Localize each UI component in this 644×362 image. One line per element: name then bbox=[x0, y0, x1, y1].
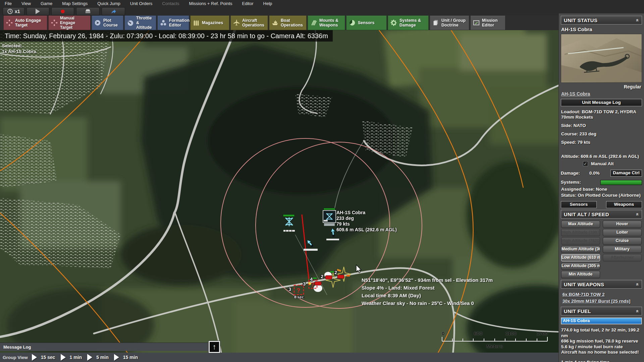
loiter-button[interactable]: Loiter bbox=[603, 229, 642, 236]
medium-altitude-button[interactable]: Medium Altitude (3658 bbox=[561, 246, 600, 253]
editor-icon bbox=[473, 19, 480, 26]
boat-icon bbox=[271, 19, 279, 26]
unit-alt-speed-header[interactable]: UNIT ALT / SPEED « bbox=[561, 210, 642, 219]
fuel-selected-unit[interactable]: AH-1S Cobra bbox=[561, 318, 641, 324]
helicopter-photo-art bbox=[561, 34, 642, 82]
military-button[interactable]: Military bbox=[603, 246, 642, 253]
quick-jump-button[interactable] bbox=[102, 7, 125, 15]
hover-button[interactable]: Hover bbox=[603, 221, 642, 228]
unit-course: 233 deg bbox=[336, 216, 397, 221]
scale-tick-label: 600 bbox=[474, 330, 482, 336]
fuel-unit-list[interactable]: AH-1S Cobra bbox=[561, 317, 642, 324]
systems-damage-button[interactable]: Systems &Damage bbox=[388, 15, 429, 30]
fuel-total: 774.0 kg total fuel, 2 hr 32 min, 199.2 … bbox=[561, 327, 642, 339]
menu-help[interactable]: Help bbox=[263, 1, 272, 6]
menu-file[interactable]: File bbox=[5, 1, 12, 6]
menu-quick-jump[interactable]: Quick Jump bbox=[97, 1, 120, 6]
tactical-map[interactable]: ? ? 8 sec 3 3 4 2 2 Time: Sunday, Februa… bbox=[0, 30, 558, 362]
low-altitude-610-button[interactable]: Low Altitude (610 m) bbox=[561, 254, 600, 261]
sensors-panel-button[interactable]: Sensors bbox=[561, 201, 597, 208]
unit-status-header[interactable]: UNIT STATUS « bbox=[561, 16, 642, 24]
formation-editor-button[interactable]: FormationEditor bbox=[157, 15, 189, 30]
collapse-chevron-icon[interactable]: « bbox=[635, 19, 640, 21]
message-log-bar[interactable]: Message Log bbox=[0, 343, 212, 351]
jump-arrow-icon bbox=[110, 8, 117, 14]
menu-map-settings[interactable]: Map Settings bbox=[62, 1, 88, 6]
unit-status-bar bbox=[304, 249, 318, 251]
step-15sec-button[interactable]: 15 sec bbox=[32, 354, 55, 361]
mounts-weapons-button[interactable]: Mounts &Weapons bbox=[308, 15, 345, 30]
status-text: Status: On Plotted Course (Airborne) bbox=[561, 193, 642, 198]
manual-engage-target-button[interactable]: ManualEngage Target bbox=[48, 15, 91, 30]
collapse-chevron-icon[interactable]: « bbox=[635, 213, 640, 216]
selected-title: Selected: bbox=[2, 43, 36, 49]
systems-label: Systems: bbox=[561, 180, 581, 185]
unit-weapons-header[interactable]: UNIT WEAPONS « bbox=[561, 280, 642, 289]
tooltip-localtime: Local time 8:39 AM (Day) bbox=[362, 292, 493, 299]
play-button[interactable] bbox=[26, 7, 49, 15]
unit-status-bar bbox=[326, 239, 339, 240]
crosshair-icon bbox=[51, 19, 58, 26]
low-altitude-305-button[interactable]: Low Altitude (305 m) bbox=[561, 262, 600, 270]
sensors-button[interactable]: Sensors bbox=[346, 15, 387, 30]
map-terrain: ? ? 8 sec 3 3 4 2 2 bbox=[0, 30, 558, 362]
record-button[interactable] bbox=[51, 7, 74, 15]
play-step-icon bbox=[87, 354, 92, 361]
time-compression-value: x1 bbox=[15, 9, 20, 14]
plot-course-button[interactable]: Plot Course bbox=[92, 15, 123, 30]
recorder-icon bbox=[84, 8, 92, 14]
unit-fuel-header[interactable]: UNIT FUEL « bbox=[561, 307, 642, 315]
scale-ruler bbox=[442, 337, 548, 342]
step-15min-button[interactable]: 15 min bbox=[114, 354, 138, 361]
damage-ctrl-button[interactable]: Damage Ctrl bbox=[610, 170, 642, 177]
menu-contacts: Contacts bbox=[162, 1, 179, 6]
unit-speed: 79 kts bbox=[336, 221, 397, 227]
svg-text:3: 3 bbox=[288, 286, 291, 292]
unit-database-link[interactable]: AH-1S Cobra bbox=[561, 91, 642, 97]
menu-editor[interactable]: Editor bbox=[242, 1, 254, 6]
message-log-label: Message Log bbox=[3, 345, 31, 350]
time-bar: Time: Sunday, February 26, 1984 - Zulu: … bbox=[0, 30, 333, 42]
tooltip-weather: Weather Clear sky - No rain - 25°C - Win… bbox=[362, 299, 493, 307]
time-compression-button[interactable]: x1 bbox=[3, 7, 24, 15]
throttle-altitude-button[interactable]: Throttle &Altitude bbox=[124, 15, 156, 30]
mission-editor-button[interactable]: MissionEditor bbox=[470, 15, 505, 30]
time-step-bar: Group View 15 sec 1 min 5 min 15 min bbox=[0, 353, 558, 362]
aircraft-operations-button[interactable]: AircraftOperations bbox=[230, 15, 268, 30]
play-step-icon bbox=[61, 354, 66, 361]
fuel-flying-time: 1 min 4 sec flying time bbox=[561, 360, 642, 362]
max-altitude-button[interactable]: Max Altitude bbox=[561, 221, 600, 228]
radar-icon bbox=[348, 19, 356, 26]
menu-view[interactable]: View bbox=[21, 1, 31, 6]
menu-game[interactable]: Game bbox=[41, 1, 52, 6]
selected-unit-icon[interactable] bbox=[323, 208, 336, 226]
magazines-button[interactable]: Magazines bbox=[190, 15, 229, 30]
min-altitude-button[interactable]: Min Altitude bbox=[561, 271, 600, 278]
flag-marker bbox=[346, 275, 350, 277]
step-1min-button[interactable]: 1 min bbox=[61, 354, 82, 361]
weapons-panel-button[interactable]: Weapons bbox=[606, 201, 642, 208]
weapon-link-m197[interactable]: 30x 20mm M197 Burst [25 rnds] bbox=[562, 298, 642, 305]
manual-alt-checkbox[interactable]: ✓ bbox=[583, 161, 588, 166]
step-5min-button[interactable]: 5 min bbox=[87, 354, 109, 361]
weapon-link-tow[interactable]: 6x BGM-71D TOW 2 bbox=[562, 291, 642, 298]
auto-engage-target-button[interactable]: Auto EngageTarget bbox=[3, 15, 47, 30]
group-view-label[interactable]: Group View bbox=[3, 355, 28, 360]
menu-bar: File View Game Map Settings Quick Jump U… bbox=[0, 0, 644, 7]
unit-map-label: AH-1S Cobra 233 deg 79 kts 609.6 m ASL (… bbox=[336, 210, 397, 233]
collapse-chevron-icon[interactable]: « bbox=[635, 310, 640, 312]
contact-timer: 8 sec bbox=[294, 295, 304, 299]
expand-message-log-button[interactable]: ↑ bbox=[209, 341, 220, 353]
menu-missions-ref-points[interactable]: Missions + Ref. Points bbox=[189, 1, 232, 6]
afterburner-button: Afterburner bbox=[603, 254, 642, 261]
cruise-button[interactable]: Cruise bbox=[603, 237, 642, 245]
unit-message-log-button[interactable]: Unit Message Log bbox=[561, 99, 642, 106]
unit-group-doctrine-button[interactable]: Unit / GroupDoctrine bbox=[430, 15, 469, 30]
scale-tick-label: 0 bbox=[442, 330, 444, 336]
boat-operations-button[interactable]: BoatOperations bbox=[269, 15, 307, 30]
recorder-button[interactable] bbox=[76, 7, 100, 15]
manual-alt-control[interactable]: ✓ Manual Alt bbox=[583, 161, 642, 166]
menu-unit-orders[interactable]: Unit Orders bbox=[130, 1, 152, 6]
svg-text:2: 2 bbox=[321, 274, 323, 279]
collapse-chevron-icon[interactable]: « bbox=[635, 283, 640, 286]
